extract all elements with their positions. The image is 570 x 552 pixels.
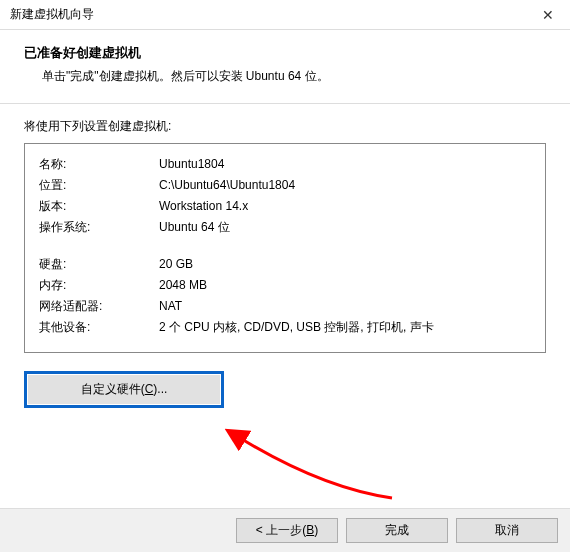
summary-row: 位置:C:\Ubuntu64\Ubuntu1804 bbox=[39, 175, 531, 196]
summary-row-value: 20 GB bbox=[159, 254, 531, 275]
summary-row-label: 操作系统: bbox=[39, 217, 159, 238]
summary-row-label: 网络适配器: bbox=[39, 296, 159, 317]
button-label: 自定义硬件(C)... bbox=[81, 381, 168, 398]
close-button[interactable]: ✕ bbox=[525, 0, 570, 30]
summary-row: 硬盘:20 GB bbox=[39, 254, 531, 275]
summary-row-value: C:\Ubuntu64\Ubuntu1804 bbox=[159, 175, 531, 196]
summary-row: 版本:Workstation 14.x bbox=[39, 196, 531, 217]
summary-row: 操作系统:Ubuntu 64 位 bbox=[39, 217, 531, 238]
summary-row: 内存:2048 MB bbox=[39, 275, 531, 296]
window-title: 新建虚拟机向导 bbox=[10, 6, 525, 23]
page-title: 已准备好创建虚拟机 bbox=[24, 44, 546, 62]
wizard-header: 已准备好创建虚拟机 单击"完成"创建虚拟机。然后可以安装 Ubuntu 64 位… bbox=[0, 30, 570, 103]
titlebar: 新建虚拟机向导 ✕ bbox=[0, 0, 570, 30]
summary-box: 名称:Ubuntu1804 位置:C:\Ubuntu64\Ubuntu1804 … bbox=[24, 143, 546, 353]
summary-row: 其他设备:2 个 CPU 内核, CD/DVD, USB 控制器, 打印机, 声… bbox=[39, 317, 531, 338]
summary-row-label: 内存: bbox=[39, 275, 159, 296]
button-label: < 上一步(B) bbox=[256, 522, 318, 539]
button-label: 取消 bbox=[495, 522, 519, 539]
summary-row-value: Workstation 14.x bbox=[159, 196, 531, 217]
summary-row-value: 2 个 CPU 内核, CD/DVD, USB 控制器, 打印机, 声卡 bbox=[159, 317, 531, 338]
cancel-button[interactable]: 取消 bbox=[456, 518, 558, 543]
footer: < 上一步(B) 完成 取消 bbox=[0, 508, 570, 552]
summary-row-label: 名称: bbox=[39, 154, 159, 175]
page-subtitle: 单击"完成"创建虚拟机。然后可以安装 Ubuntu 64 位。 bbox=[24, 68, 546, 85]
annotation-arrow bbox=[222, 428, 422, 518]
summary-row-value: Ubuntu 64 位 bbox=[159, 217, 531, 238]
summary-row-label: 位置: bbox=[39, 175, 159, 196]
customize-hardware-button[interactable]: 自定义硬件(C)... bbox=[24, 371, 224, 408]
summary-row-value: NAT bbox=[159, 296, 531, 317]
summary-row: 网络适配器:NAT bbox=[39, 296, 531, 317]
summary-row-label: 其他设备: bbox=[39, 317, 159, 338]
content-area: 将使用下列设置创建虚拟机: 名称:Ubuntu1804 位置:C:\Ubuntu… bbox=[0, 104, 570, 408]
summary-row: 名称:Ubuntu1804 bbox=[39, 154, 531, 175]
close-icon: ✕ bbox=[542, 7, 554, 23]
summary-row-label: 版本: bbox=[39, 196, 159, 217]
summary-row-value: Ubuntu1804 bbox=[159, 154, 531, 175]
summary-label: 将使用下列设置创建虚拟机: bbox=[24, 118, 546, 135]
button-label: 完成 bbox=[385, 522, 409, 539]
summary-row-value: 2048 MB bbox=[159, 275, 531, 296]
back-button[interactable]: < 上一步(B) bbox=[236, 518, 338, 543]
finish-button[interactable]: 完成 bbox=[346, 518, 448, 543]
summary-row-label: 硬盘: bbox=[39, 254, 159, 275]
